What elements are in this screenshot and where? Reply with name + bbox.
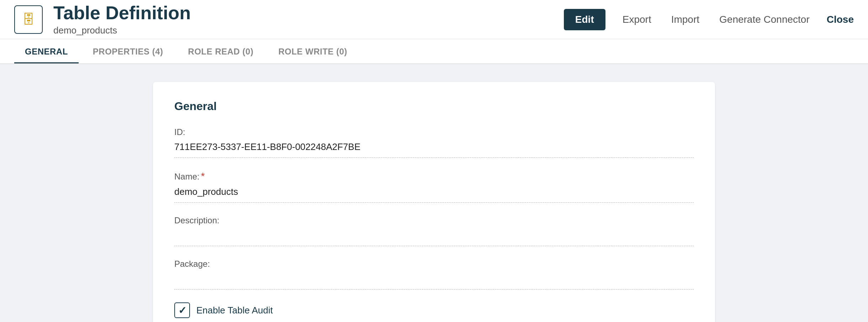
package-label: Package: <box>174 259 694 269</box>
description-value <box>174 230 694 246</box>
edit-button[interactable]: Edit <box>564 9 605 30</box>
package-value <box>174 273 694 290</box>
page-title: Table Definition <box>53 3 191 23</box>
checkmark-icon: ✓ <box>178 305 186 316</box>
database-icon: 🗄 <box>22 12 35 27</box>
export-button[interactable]: Export <box>620 11 654 28</box>
close-button[interactable]: Close <box>827 14 854 25</box>
name-field-group: Name:* demo_products <box>174 171 694 203</box>
id-value: 711EE273-5337-EE11-B8F0-002248A2F7BE <box>174 141 694 158</box>
title-section: Table Definition demo_products <box>53 3 191 36</box>
card-title: General <box>174 100 694 113</box>
enable-audit-row[interactable]: ✓ Enable Table Audit <box>174 302 694 318</box>
id-field-group: ID: 711EE273-5337-EE11-B8F0-002248A2F7BE <box>174 127 694 158</box>
tab-properties[interactable]: PROPERTIES (4) <box>82 41 174 63</box>
generate-connector-button[interactable]: Generate Connector <box>716 11 813 28</box>
name-value: demo_products <box>174 186 694 203</box>
import-button[interactable]: Import <box>668 11 702 28</box>
required-indicator: * <box>201 171 205 182</box>
id-label: ID: <box>174 127 694 137</box>
tab-general[interactable]: GENERAL <box>14 41 79 63</box>
general-card: General ID: 711EE273-5337-EE11-B8F0-0022… <box>153 82 715 322</box>
header: 🗄 Table Definition demo_products Edit Ex… <box>0 0 868 39</box>
header-actions: Edit Export Import Generate Connector Cl… <box>564 9 854 30</box>
page-subtitle: demo_products <box>53 25 191 36</box>
audit-checkbox[interactable]: ✓ <box>174 302 190 318</box>
tabs-bar: GENERAL PROPERTIES (4) ROLE READ (0) ROL… <box>0 39 868 64</box>
name-label: Name:* <box>174 171 694 182</box>
tab-role-read[interactable]: ROLE READ (0) <box>178 41 264 63</box>
audit-checkbox-label: Enable Table Audit <box>196 305 273 316</box>
description-field-group: Description: <box>174 215 694 246</box>
header-left: 🗄 Table Definition demo_products <box>14 3 564 36</box>
description-label: Description: <box>174 215 694 225</box>
tab-role-write[interactable]: ROLE WRITE (0) <box>268 41 358 63</box>
package-field-group: Package: <box>174 259 694 290</box>
logo-box: 🗄 <box>14 5 43 34</box>
main-content: General ID: 711EE273-5337-EE11-B8F0-0022… <box>0 64 868 322</box>
